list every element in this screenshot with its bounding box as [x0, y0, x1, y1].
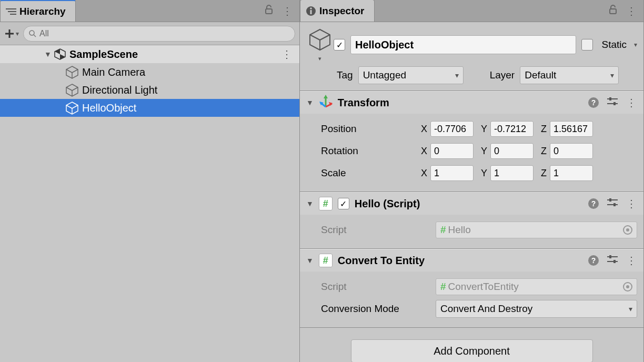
layer-dropdown[interactable]: Default: [520, 66, 619, 84]
tag-dropdown[interactable]: Untagged: [358, 66, 464, 84]
foldout-icon[interactable]: ▼: [42, 50, 54, 58]
active-checkbox[interactable]: ✓: [334, 39, 345, 51]
hierarchy-toolbar: ▾ All: [0, 22, 299, 45]
scale-y-input[interactable]: [490, 165, 534, 181]
component-title: Transform: [338, 97, 389, 109]
conversion-mode-dropdown[interactable]: Convert And Destroy: [436, 300, 637, 318]
svg-line-12: [66, 69, 72, 73]
preset-icon[interactable]: [607, 198, 618, 210]
preset-icon[interactable]: [607, 97, 618, 109]
hello-script-component: ▼ # ✓ Hello (Script) ? ⋮ Script: [300, 192, 643, 249]
gameobject-icon: [65, 65, 79, 79]
svg-line-13: [72, 69, 78, 73]
position-z-input[interactable]: [550, 121, 593, 137]
object-picker-icon[interactable]: [623, 282, 632, 291]
conversion-mode-row: Conversion Mode Convert And Destroy: [321, 298, 637, 320]
svg-rect-47: [609, 255, 611, 258]
scale-x-input[interactable]: [430, 165, 474, 181]
static-dropdown-icon[interactable]: ▾: [634, 41, 637, 48]
help-icon[interactable]: ?: [588, 255, 599, 266]
svg-line-20: [66, 105, 72, 108]
static-checkbox[interactable]: [581, 39, 593, 51]
hierarchy-tab[interactable]: Hierarchy: [0, 0, 76, 22]
scale-z-input[interactable]: [550, 165, 593, 181]
scene-name: SampleScene: [69, 48, 138, 61]
svg-rect-39: [609, 97, 611, 100]
unity-logo-icon: [54, 48, 66, 61]
foldout-icon[interactable]: ▼: [306, 98, 314, 107]
svg-point-25: [310, 7, 312, 9]
svg-line-29: [320, 35, 330, 40]
svg-rect-3: [266, 9, 272, 14]
rotation-z-input[interactable]: [550, 143, 593, 159]
create-button[interactable]: ▾: [4, 28, 19, 39]
svg-rect-44: [613, 203, 616, 206]
hierarchy-item[interactable]: Directional Light: [0, 81, 299, 99]
icon-dropdown-icon[interactable]: ▾: [318, 55, 321, 62]
position-x-input[interactable]: [430, 121, 474, 137]
rotation-row: Rotation X Y Z: [321, 140, 637, 162]
object-picker-icon[interactable]: [623, 225, 632, 235]
position-y-input[interactable]: [490, 121, 534, 137]
rotation-y-input[interactable]: [490, 143, 534, 159]
hierarchy-item-label: Main Camera: [82, 66, 145, 78]
svg-point-6: [29, 31, 34, 35]
panel-menu-icon[interactable]: ⋮: [282, 5, 293, 17]
gameobject-name-field[interactable]: HelloObject: [350, 35, 576, 54]
lock-icon[interactable]: [608, 5, 618, 17]
svg-line-16: [66, 87, 72, 91]
svg-rect-24: [310, 10, 312, 14]
svg-line-28: [310, 35, 320, 40]
static-label: Static: [601, 39, 627, 51]
component-header[interactable]: ▼ Transform ? ⋮: [300, 92, 643, 114]
tag-label: Tag: [337, 69, 353, 81]
hierarchy-item-label: HelloObject: [82, 102, 136, 114]
search-placeholder: All: [39, 29, 49, 38]
scene-row[interactable]: ▼ SampleScene ⋮: [0, 45, 299, 63]
scene-menu-icon[interactable]: ⋮: [281, 48, 292, 61]
help-icon[interactable]: ?: [588, 198, 599, 209]
convert-to-entity-component: ▼ # Convert To Entity ? ⋮ Script: [300, 249, 643, 328]
hierarchy-tabbar: Hierarchy ⋮: [0, 0, 299, 22]
hierarchy-tab-label: Hierarchy: [19, 6, 66, 17]
hierarchy-item-selected[interactable]: HelloObject: [0, 99, 299, 117]
transform-icon: [319, 95, 333, 111]
script-row: Script # Hello: [321, 219, 637, 241]
svg-line-7: [34, 35, 36, 37]
lock-icon[interactable]: [264, 5, 274, 17]
component-menu-icon[interactable]: ⋮: [626, 96, 637, 109]
preset-icon[interactable]: [607, 255, 618, 267]
transform-component: ▼ Transform ? ⋮ Position: [300, 91, 643, 192]
info-icon: [306, 6, 316, 16]
scale-label: Scale: [321, 167, 421, 179]
component-menu-icon[interactable]: ⋮: [626, 197, 637, 210]
add-component-button[interactable]: Add Component: [351, 339, 593, 362]
gameobject-big-icon[interactable]: [308, 27, 332, 54]
component-header[interactable]: ▼ # Convert To Entity ? ⋮: [300, 249, 643, 272]
search-input[interactable]: All: [23, 26, 295, 42]
hierarchy-tab-icon: [6, 7, 16, 16]
gameobject-icon: [65, 101, 79, 115]
component-menu-icon[interactable]: ⋮: [626, 254, 637, 267]
svg-rect-40: [613, 102, 616, 105]
inspector-panel: Inspector ⋮ ▾ ✓: [300, 0, 644, 362]
component-header[interactable]: ▼ # ✓ Hello (Script) ? ⋮: [300, 193, 643, 215]
script-object-field[interactable]: # Hello: [436, 222, 637, 238]
component-enabled-checkbox[interactable]: ✓: [338, 198, 349, 209]
layer-label: Layer: [490, 69, 515, 81]
inspector-tabbar: Inspector ⋮: [300, 0, 643, 22]
svg-marker-10: [60, 54, 65, 59]
scale-row: Scale X Y Z: [321, 162, 637, 184]
rotation-label: Rotation: [321, 145, 421, 157]
panel-menu-icon[interactable]: ⋮: [626, 5, 637, 17]
foldout-icon[interactable]: ▼: [306, 256, 314, 265]
hierarchy-item[interactable]: Main Camera: [0, 63, 299, 81]
foldout-icon[interactable]: ▼: [306, 199, 314, 208]
svg-line-21: [72, 105, 78, 108]
hierarchy-item-label: Directional Light: [82, 84, 157, 96]
help-icon[interactable]: ?: [588, 97, 599, 108]
inspector-tab[interactable]: Inspector: [300, 0, 375, 22]
rotation-x-input[interactable]: [430, 143, 474, 159]
script-object-field[interactable]: # ConvertToEntity: [436, 278, 637, 295]
inspector-tab-label: Inspector: [319, 5, 365, 17]
